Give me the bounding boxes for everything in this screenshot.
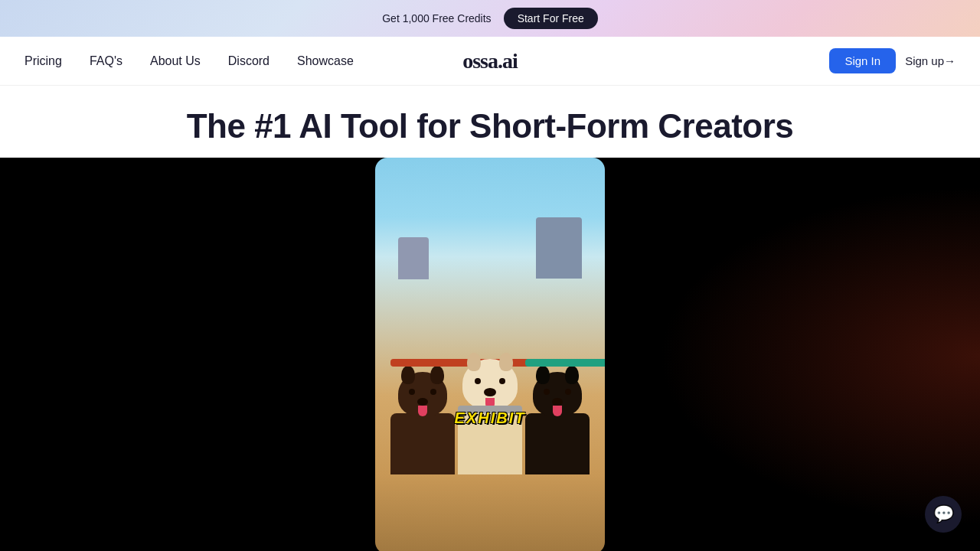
dog-center-nose [484, 388, 496, 396]
top-banner: Get 1,000 Free Credits Start For Free [0, 0, 980, 37]
nav-links: Pricing FAQ's About Us Discord Showcase [24, 54, 354, 68]
start-for-free-button[interactable]: Start For Free [504, 8, 598, 29]
dog-right-ear-left [536, 366, 550, 384]
dog-right-eye-left [544, 389, 550, 395]
dog-left-head [398, 372, 447, 416]
video-player[interactable]: EXHIBIT [375, 158, 605, 551]
video-content: EXHIBIT [375, 158, 605, 551]
dog-left-ear-left [401, 366, 415, 384]
hero-title: The #1 AI Tool for Short-Form Creators [0, 86, 980, 158]
nav-link-about[interactable]: About Us [150, 54, 201, 68]
dog-right-head [533, 372, 582, 416]
video-left-shadow [0, 158, 375, 551]
dog-center-head [462, 359, 518, 409]
video-section[interactable]: EXHIBIT [0, 158, 980, 551]
dog-right-eye-right [565, 389, 571, 395]
nav-link-discord[interactable]: Discord [228, 54, 270, 68]
dog-left-eye-right [430, 389, 436, 395]
dog-right-body [525, 413, 590, 474]
dog-center-eye-left [475, 378, 481, 384]
nav-link-pricing[interactable]: Pricing [24, 54, 62, 68]
bg-building-left [398, 237, 429, 279]
navbar: Pricing FAQ's About Us Discord Showcase … [0, 37, 980, 86]
dog-left-eye-left [409, 389, 415, 395]
dog-right-nose [552, 398, 563, 406]
dog-left-nose [417, 398, 428, 406]
dog-center-ear-right [499, 353, 513, 371]
dog-left [390, 372, 455, 474]
caption-text: EXHIBIT [455, 409, 526, 427]
banner-text: Get 1,000 Free Credits [382, 12, 491, 24]
nav-link-faqs[interactable]: FAQ's [90, 54, 122, 68]
dog-right-tongue [553, 406, 562, 416]
dog-left-tongue [418, 406, 427, 416]
chat-button[interactable]: 💬 [925, 496, 962, 533]
nav-link-showcase[interactable]: Showcase [297, 54, 354, 68]
dog-right-collar [525, 359, 605, 367]
chat-icon: 💬 [933, 504, 954, 524]
dog-right-ear-right [565, 366, 579, 384]
sign-in-button[interactable]: Sign In [829, 48, 896, 73]
site-logo[interactable]: ossa.ai [462, 49, 518, 73]
video-right-shadow [605, 158, 980, 551]
dog-left-body [390, 413, 455, 474]
sign-up-link[interactable]: Sign up→ [905, 54, 956, 67]
dog-center-eye-right [499, 378, 505, 384]
dog-center-ear-left [467, 353, 481, 371]
dog-right [525, 372, 590, 474]
dog-left-ear-right [430, 366, 444, 384]
nav-auth: Sign In Sign up→ [829, 48, 956, 73]
bg-building-right [536, 217, 582, 279]
